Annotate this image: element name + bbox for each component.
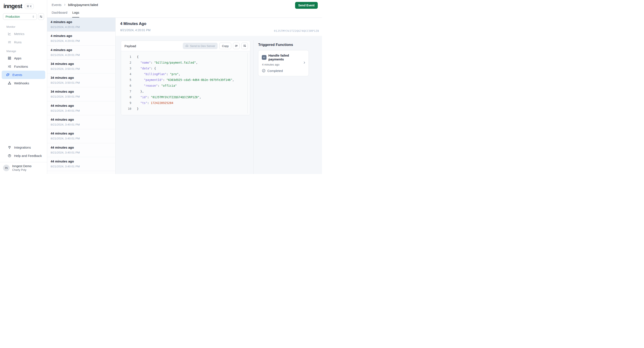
- expand-rows-button[interactable]: [241, 43, 248, 49]
- word-wrap-button[interactable]: [233, 43, 240, 49]
- nav-section-monitor: Monitor: [6, 26, 47, 28]
- event-item-timestamp: 8/21/2024, 3:40:01 PM: [50, 137, 112, 140]
- environment-filter-button[interactable]: [38, 13, 44, 20]
- copy-button[interactable]: Copy: [219, 43, 231, 49]
- payload-header: Payload Send to Dev Server Copy: [121, 41, 250, 51]
- function-name: Handle failed payments: [268, 54, 305, 61]
- environment-select[interactable]: Production: [3, 13, 37, 20]
- event-id: 01J5TMY3VJTZ2QG74QCC5RP1Z8: [274, 29, 319, 33]
- event-list[interactable]: 4 minutes ago8/21/2024, 4:20:01 PM4 minu…: [47, 18, 116, 174]
- payload-code[interactable]: 1{2 "name": "billing/payment.failed",3 "…: [121, 54, 250, 112]
- triggered-functions-heading: Triggered Functions: [258, 43, 322, 47]
- chevron-right-icon: [303, 61, 306, 64]
- sidebar-item-runs[interactable]: Runs: [2, 38, 45, 46]
- sidebar-item-label: Metrics: [14, 32, 24, 36]
- event-list-item[interactable]: 34 minutes ago8/21/2024, 3:50:01 PM: [47, 60, 115, 74]
- payload-column: Payload Send to Dev Server Copy: [116, 36, 254, 174]
- event-item-timestamp: 8/21/2024, 4:20:01 PM: [50, 26, 112, 28]
- sidebar-item-events[interactable]: Events: [2, 71, 45, 79]
- tab-dashboard[interactable]: Dashboard: [52, 10, 67, 18]
- function-status: Completed: [262, 69, 305, 72]
- sidebar-item-integrations[interactable]: Integrations: [2, 143, 45, 152]
- sidebar-item-metrics[interactable]: Metrics: [2, 30, 45, 38]
- event-detail: 4 Minutes Ago 8/21/2024, 4:20:01 PM 01J5…: [116, 18, 322, 174]
- sidebar-item-label: Functions: [14, 65, 28, 68]
- user-menu[interactable]: IN Inngest Demo Charly Poly: [0, 162, 47, 174]
- event-list-item[interactable]: 44 minutes ago8/21/2024, 3:40:01 PM: [47, 115, 115, 129]
- plug-icon: [8, 146, 11, 149]
- send-to-dev-server-label: Send to Dev Server: [190, 44, 215, 48]
- sidebar-item-label: Integrations: [14, 146, 31, 149]
- line-number: 10: [121, 106, 131, 112]
- code-line: 9 "ts": 1724228925284: [121, 100, 250, 106]
- event-item-title: about 1 hour ago: [50, 173, 112, 174]
- code-line: 6 "reason": "officia": [121, 83, 250, 88]
- event-item-timestamp: 8/21/2024, 3:50:01 PM: [50, 81, 112, 84]
- code-line: 10}: [121, 106, 250, 112]
- sidebar-item-functions[interactable]: Functions: [2, 62, 45, 71]
- send-to-dev-server-button[interactable]: Send to Dev Server: [183, 43, 218, 49]
- event-list-item[interactable]: 44 minutes ago8/21/2024, 3:40:01 PM: [47, 157, 115, 171]
- event-item-timestamp: 8/21/2024, 3:50:01 PM: [50, 95, 112, 98]
- functions-icon: [8, 65, 11, 68]
- event-item-title: 44 minutes ago: [50, 132, 112, 135]
- logo-row: inngest ⌘ K: [0, 0, 47, 10]
- code-scrollbar[interactable]: [248, 53, 248, 113]
- chart-line-icon: [8, 32, 11, 36]
- event-item-title: 34 minutes ago: [50, 62, 112, 66]
- webhooks-icon: [8, 81, 11, 85]
- event-item-title: 44 minutes ago: [50, 104, 112, 108]
- tab-bar: Dashboard Logs: [52, 10, 79, 18]
- sidebar-item-help[interactable]: Help and Feedback: [2, 152, 45, 160]
- sidebar-item-webhooks[interactable]: Webhooks: [2, 79, 45, 87]
- tab-logs[interactable]: Logs: [72, 10, 79, 18]
- event-list-item[interactable]: 4 minutes ago8/21/2024, 4:20:01 PM: [47, 46, 115, 60]
- breadcrumb-events[interactable]: Events: [52, 3, 62, 6]
- status-badge: Completed: [267, 69, 283, 72]
- event-item-title: 34 minutes ago: [50, 90, 112, 93]
- breadcrumb-current: billing/payment.failed: [68, 3, 98, 6]
- sidebar-item-label: Events: [12, 73, 22, 77]
- cloud-download-icon: [185, 44, 188, 48]
- apps-grid-icon: [8, 56, 11, 60]
- event-list-item[interactable]: 44 minutes ago8/21/2024, 3:40:01 PM: [47, 129, 115, 143]
- line-number: 9: [121, 100, 131, 106]
- event-item-title: 44 minutes ago: [50, 118, 112, 121]
- inngest-logo: inngest: [4, 3, 22, 10]
- send-event-button[interactable]: Send Event: [295, 2, 318, 9]
- event-item-timestamp: 8/21/2024, 3:40:01 PM: [50, 109, 112, 112]
- function-code-icon: [262, 55, 266, 60]
- event-list-item[interactable]: 4 minutes ago8/21/2024, 4:20:01 PM: [47, 32, 115, 46]
- main-column: Events billing/payment.failed Dashboard …: [47, 0, 322, 174]
- help-circle-icon: [8, 154, 11, 158]
- triggered-function-card[interactable]: Handle failed payments 4 minutes ago Com…: [258, 50, 309, 76]
- event-list-item[interactable]: 44 minutes ago8/21/2024, 3:40:01 PM: [47, 143, 115, 157]
- event-detail-body: Payload Send to Dev Server Copy: [116, 36, 322, 174]
- chevron-up-down-icon: [32, 15, 35, 18]
- code-line: 5 "paymentId": "6303d925-cda5-4d64-8b2e-…: [121, 77, 250, 83]
- event-list-item[interactable]: 44 minutes ago8/21/2024, 3:40:01 PM: [47, 102, 115, 115]
- event-list-item[interactable]: 34 minutes ago8/21/2024, 3:50:01 PM: [47, 87, 115, 101]
- event-detail-timestamp: 8/21/2024, 4:20:01 PM: [120, 28, 150, 32]
- event-item-timestamp: 8/21/2024, 4:20:01 PM: [50, 39, 112, 42]
- event-item-title: 44 minutes ago: [50, 146, 112, 149]
- event-list-item[interactable]: about 1 hour ago: [47, 171, 115, 174]
- line-number: 6: [121, 83, 131, 88]
- app-window: inngest ⌘ K Production Monitor Metrics: [0, 0, 322, 174]
- avatar: IN: [3, 164, 10, 171]
- code-line: 8 "id": "01J5TMY3VJTZ2QG74QCC5RP1Z8",: [121, 94, 250, 100]
- chevron-right-icon: [64, 4, 66, 6]
- sidebar-item-apps[interactable]: Apps: [2, 54, 45, 62]
- code-line: 1{: [121, 54, 250, 60]
- event-item-title: 4 minutes ago: [50, 48, 112, 52]
- event-list-item[interactable]: 34 minutes ago8/21/2024, 3:50:01 PM: [47, 74, 115, 87]
- expand-lines-down-icon: [243, 44, 246, 48]
- command-k-shortcut[interactable]: ⌘ K: [25, 4, 34, 9]
- event-item-title: 44 minutes ago: [50, 160, 112, 163]
- line-number: 1: [121, 54, 131, 60]
- user-name: Charly Poly: [12, 168, 32, 172]
- event-item-timestamp: 8/21/2024, 4:20:01 PM: [50, 53, 112, 56]
- event-list-item[interactable]: 4 minutes ago8/21/2024, 4:20:01 PM: [47, 18, 115, 32]
- code-line: 4 "billingPlan": "pro",: [121, 71, 250, 77]
- events-icon: [6, 73, 10, 77]
